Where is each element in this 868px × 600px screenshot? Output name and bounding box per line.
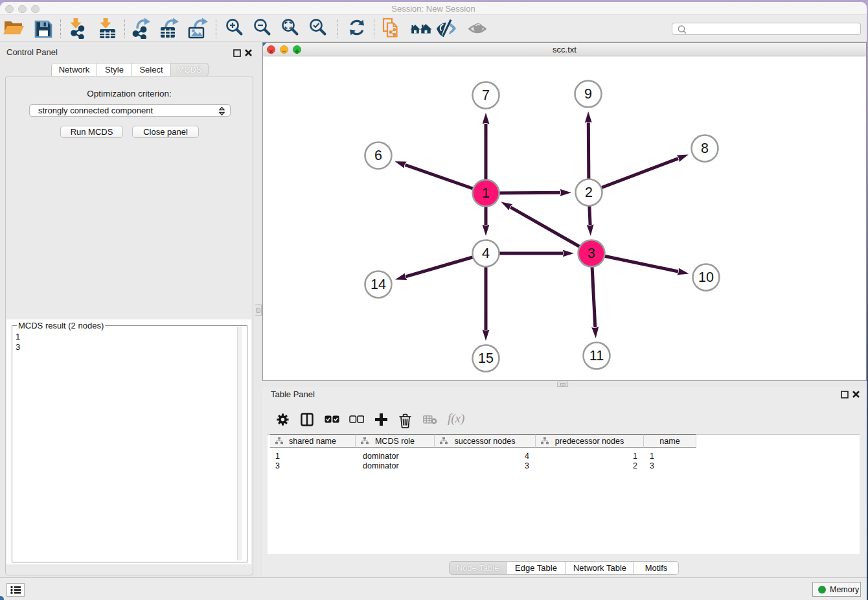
svg-text:9: 9: [584, 86, 592, 102]
svg-text:2: 2: [585, 185, 593, 200]
svg-text:1: 1: [482, 185, 490, 201]
svg-text:15: 15: [478, 351, 494, 366]
svg-text:14: 14: [371, 277, 386, 292]
svg-text:4: 4: [482, 246, 490, 261]
svg-text:8: 8: [701, 141, 709, 156]
svg-text:3: 3: [588, 246, 595, 261]
svg-text:7: 7: [482, 87, 490, 103]
svg-text:11: 11: [589, 348, 604, 363]
svg-text:6: 6: [374, 148, 382, 163]
svg-text:10: 10: [698, 270, 714, 285]
